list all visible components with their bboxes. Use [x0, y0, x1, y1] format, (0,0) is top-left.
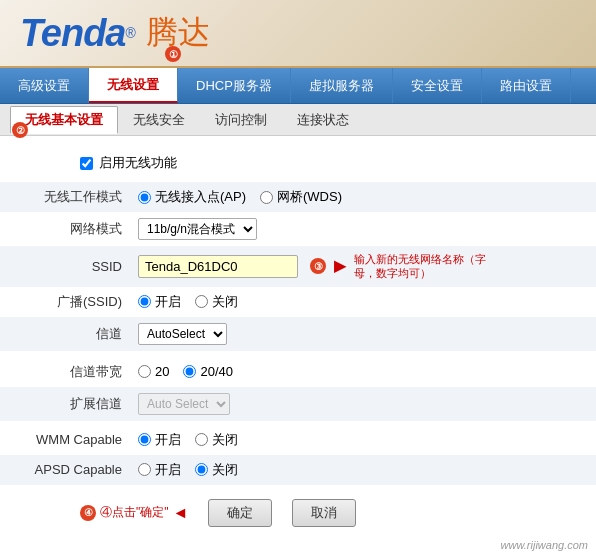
sub-nav-access[interactable]: 访问控制: [200, 106, 282, 134]
ssid-input[interactable]: [138, 255, 298, 278]
bandwidth-20[interactable]: 20: [138, 364, 169, 379]
extension-channel-select[interactable]: Auto Select: [138, 393, 230, 415]
broadcast-off[interactable]: 关闭: [195, 293, 238, 311]
wireless-mode-row: 无线工作模式 无线接入点(AP) 网桥(WDS): [0, 182, 596, 212]
bandwidth-label: 信道带宽: [0, 351, 130, 387]
top-nav: 高级设置 无线设置 DHCP服务器 虚拟服务器 安全设置 路由设置: [0, 68, 596, 104]
confirm-arrow-left: ◄: [173, 504, 189, 522]
logo-registered: ®: [126, 25, 136, 41]
broadcast-row: 广播(SSID) 开启 关闭: [0, 287, 596, 317]
apsd-value: 开启 关闭: [130, 455, 596, 485]
ssid-value-cell: ③ ▶ 输入新的无线网络名称（字母，数字均可）: [130, 246, 596, 287]
wmm-value: 开启 关闭: [130, 421, 596, 455]
confirm-annotation: ④ ④点击"确定" ◄: [80, 504, 188, 522]
apsd-on-label: 开启: [155, 461, 181, 479]
apsd-off-label: 关闭: [212, 461, 238, 479]
network-mode-select[interactable]: 11b/g/n混合模式 11b模式 11g模式 11n模式: [138, 218, 257, 240]
sub-nav-status[interactable]: 连接状态: [282, 106, 364, 134]
wmm-off-label: 关闭: [212, 431, 238, 449]
extension-channel-row: 扩展信道 Auto Select: [0, 387, 596, 421]
wireless-mode-ap-label: 无线接入点(AP): [155, 188, 246, 206]
confirm-button[interactable]: 确定: [208, 499, 272, 527]
bandwidth-2040[interactable]: 20/40: [183, 364, 233, 379]
ssid-row: SSID ③ ▶ 输入新的无线网络名称（字母，数字均可）: [0, 246, 596, 287]
channel-value-cell: AutoSelect 1 2 3 4 5 6 7 8 9 10 11 12 13: [130, 317, 596, 351]
wireless-mode-wds[interactable]: 网桥(WDS): [260, 188, 342, 206]
apsd-row: APSD Capable 开启 关闭: [0, 455, 596, 485]
action-area: ④ ④点击"确定" ◄ 确定 取消: [80, 485, 596, 527]
nav-item-advanced[interactable]: 高级设置: [0, 68, 89, 103]
channel-select[interactable]: AutoSelect 1 2 3 4 5 6 7 8 9 10 11 12 13: [138, 323, 227, 345]
nav-item-virtual[interactable]: 虚拟服务器: [291, 68, 393, 103]
annotation-circle-3: ③: [310, 258, 326, 274]
enable-wireless-label[interactable]: 启用无线功能: [99, 154, 177, 172]
wmm-on-label: 开启: [155, 431, 181, 449]
broadcast-label: 广播(SSID): [0, 287, 130, 317]
wmm-label: WMM Capable: [0, 421, 130, 455]
sub-nav-security[interactable]: 无线安全: [118, 106, 200, 134]
wmm-row: WMM Capable 开启 关闭: [0, 421, 596, 455]
logo-en: Tenda: [20, 12, 126, 55]
wireless-mode-ap[interactable]: 无线接入点(AP): [138, 188, 246, 206]
nav-item-dhcp[interactable]: DHCP服务器: [178, 68, 291, 103]
broadcast-off-label: 关闭: [212, 293, 238, 311]
channel-row: 信道 AutoSelect 1 2 3 4 5 6 7 8 9 10: [0, 317, 596, 351]
ssid-label: SSID: [0, 246, 130, 287]
broadcast-value: 开启 关闭: [130, 287, 596, 317]
channel-label: 信道: [0, 317, 130, 351]
bandwidth-row: 信道带宽 20 20/40: [0, 351, 596, 387]
ssid-annotation-text: 输入新的无线网络名称（字母，数字均可）: [354, 252, 494, 281]
enable-wireless-checkbox[interactable]: [80, 157, 93, 170]
apsd-label: APSD Capable: [0, 455, 130, 485]
apsd-on[interactable]: 开启: [138, 461, 181, 479]
bandwidth-2040-label: 20/40: [200, 364, 233, 379]
enable-wireless-row: 启用无线功能: [0, 148, 596, 182]
wireless-mode-wds-label: 网桥(WDS): [277, 188, 342, 206]
ssid-annotation-arrow: ▶: [334, 257, 346, 275]
extension-channel-label: 扩展信道: [0, 387, 130, 421]
bandwidth-value: 20 20/40: [130, 351, 596, 387]
annotation-circle-2: ②: [12, 122, 28, 138]
nav-item-security[interactable]: 安全设置: [393, 68, 482, 103]
nav-item-route[interactable]: 路由设置: [482, 68, 571, 103]
cancel-button[interactable]: 取消: [292, 499, 356, 527]
network-mode-label: 网络模式: [0, 212, 130, 246]
annotation-circle-1: ①: [165, 46, 181, 62]
header: Tenda® 腾达 ①: [0, 0, 596, 68]
extension-channel-value-cell: Auto Select: [130, 387, 596, 421]
wmm-on[interactable]: 开启: [138, 431, 181, 449]
content-area: 启用无线功能 无线工作模式 无线接入点(AP) 网桥(WDS): [0, 136, 596, 527]
watermark: www.rijiwang.com: [501, 539, 588, 551]
wireless-mode-label: 无线工作模式: [0, 182, 130, 212]
nav-item-wireless[interactable]: 无线设置: [89, 68, 178, 103]
broadcast-on[interactable]: 开启: [138, 293, 181, 311]
annotation-circle-4: ④: [80, 505, 96, 521]
apsd-off[interactable]: 关闭: [195, 461, 238, 479]
wmm-off[interactable]: 关闭: [195, 431, 238, 449]
network-mode-row: 网络模式 11b/g/n混合模式 11b模式 11g模式 11n模式: [0, 212, 596, 246]
bandwidth-20-label: 20: [155, 364, 169, 379]
wireless-mode-value: 无线接入点(AP) 网桥(WDS): [130, 182, 596, 212]
broadcast-on-label: 开启: [155, 293, 181, 311]
sub-nav: 无线基本设置 无线安全 访问控制 连接状态 ②: [0, 104, 596, 136]
settings-form: 无线工作模式 无线接入点(AP) 网桥(WDS) 网络模式: [0, 182, 596, 485]
network-mode-value: 11b/g/n混合模式 11b模式 11g模式 11n模式: [130, 212, 596, 246]
confirm-annotation-text: ④点击"确定": [100, 504, 169, 521]
